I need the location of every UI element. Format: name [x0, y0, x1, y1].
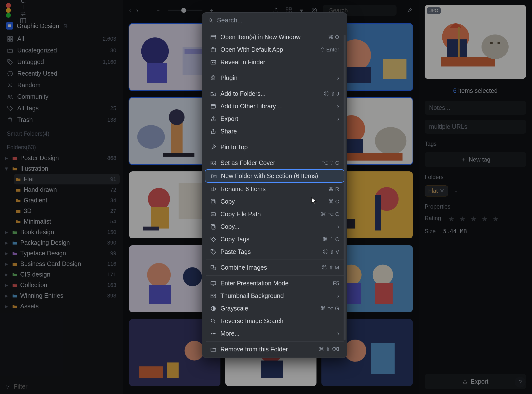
folder-icon — [12, 282, 18, 288]
menu-item-copy[interactable]: Copy... › — [205, 220, 345, 233]
filter-input[interactable] — [14, 383, 118, 390]
menu-item-plugin[interactable]: Plugin › — [205, 72, 345, 84]
menu-item-new-folder-with-selection-6-items[interactable]: New Folder with Selection (6 Items) — [205, 169, 345, 183]
folder-typeface-design[interactable]: ▸ Typeface Design 99 — [3, 248, 120, 259]
menu-item-open-item-s-in-new-window[interactable]: Open Item(s) in New Window ⌘ O — [205, 31, 345, 43]
folder-chip[interactable]: Flat ✕ — [425, 185, 448, 197]
menu-item-paste-tags[interactable]: Paste Tags ⌘ ⇧ V — [205, 246, 345, 258]
urls-field[interactable]: multiple URLs — [425, 120, 526, 134]
menu-item-rename-6-items[interactable]: Rename 6 Items ⌘ R — [205, 183, 345, 195]
more-icon — [210, 330, 216, 337]
transfer-icon[interactable] — [20, 10, 27, 17]
disclosure-icon[interactable]: ▸ — [5, 292, 9, 299]
add-folder-button[interactable]: ＋ — [452, 187, 461, 196]
pin-icon[interactable] — [406, 7, 413, 14]
folder-business-card-design[interactable]: ▸ Business Card Design 116 — [3, 259, 120, 269]
menu-item-add-to-folders[interactable]: Add to Folders... ⌘ ⇧ J — [205, 87, 345, 100]
folder-poster-design[interactable]: ▸ Poster Design 868 — [3, 153, 120, 163]
menu-item-pin-to-top[interactable]: Pin to Top — [205, 141, 345, 153]
menu-item-enter-presentation-mode[interactable]: Enter Presentation Mode F5 — [205, 277, 345, 290]
svg-rect-56 — [375, 195, 381, 230]
sidebar-item-untagged[interactable]: Untagged 1,160 — [3, 56, 120, 68]
disclosure-icon[interactable]: ▸ — [5, 239, 9, 246]
plus-icon[interactable] — [20, 3, 27, 10]
sidebar-item-all[interactable]: All 2,603 — [3, 33, 120, 45]
smart-folders-section[interactable]: Smart Folders(4) — [3, 126, 120, 139]
menu-item-set-as-folder-cover[interactable]: Set as Folder Cover ⌥ ⇧ C — [205, 157, 345, 169]
sidebar-item-all-tags[interactable]: All Tags 25 — [3, 102, 120, 114]
sidebar-item-random[interactable]: Random — [3, 79, 120, 91]
folder-3d[interactable]: 3D 27 — [14, 206, 120, 216]
menu-item-remove-from-this-folder[interactable]: Remove from this Folder ⌘ ⇧ ⌫ — [205, 343, 345, 356]
svg-point-93 — [212, 62, 213, 63]
folder-minimalist[interactable]: Minimalist 54 — [14, 216, 120, 227]
context-search-input[interactable] — [217, 16, 341, 24]
tags-icon — [7, 105, 13, 112]
menu-item-grayscale[interactable]: Grayscale ⌘ ⌥ G — [205, 302, 345, 315]
notes-field[interactable]: Notes... — [425, 101, 526, 115]
svg-point-106 — [212, 250, 213, 251]
bell-icon[interactable] — [20, 0, 27, 3]
sidebar-item-count: 30 — [110, 47, 116, 54]
nav-back-button[interactable]: ‹ — [129, 7, 131, 14]
nav-forward-button[interactable]: › — [136, 7, 138, 14]
disclosure-icon[interactable]: ▸ — [5, 154, 9, 162]
help-button[interactable]: ? — [515, 377, 526, 388]
library-name: Graphic Design — [17, 22, 59, 30]
minimize-window-button[interactable] — [6, 8, 11, 13]
folder-icon — [12, 166, 18, 172]
rating-stars[interactable]: ★ ★ ★ ★ ★ — [448, 215, 500, 223]
folder-winning-entries[interactable]: ▸ Winning Entries 398 — [3, 290, 120, 301]
disclosure-icon[interactable]: ▸ — [5, 271, 9, 278]
sidebar-item-count: 1,160 — [103, 59, 116, 65]
menu-item-label: New Folder with Selection (6 Items) — [221, 172, 318, 180]
context-search[interactable] — [202, 13, 347, 28]
folder-packaging-design[interactable]: ▸ Packaging Design 390 — [3, 237, 120, 248]
disclosure-icon[interactable]: ▸ — [5, 229, 9, 236]
library-selector[interactable]: Graphic Design ⇅ — [6, 22, 117, 30]
close-window-button[interactable] — [6, 3, 11, 8]
menu-item-more[interactable]: More... › — [205, 327, 345, 340]
menu-item-thumbnail-background[interactable]: Thumbnail Background › — [205, 290, 345, 302]
folder-gradient[interactable]: Gradient 34 — [14, 195, 120, 206]
folder-book-design[interactable]: ▸ Book design 150 — [3, 227, 120, 237]
folder-flat[interactable]: Flat 91 — [14, 174, 120, 184]
disclosure-icon[interactable]: ▸ — [5, 260, 9, 267]
disclosure-icon[interactable]: ▸ — [5, 303, 9, 310]
folder-assets[interactable]: ▸ Assets — [3, 301, 120, 312]
menu-item-add-to-other-library[interactable]: Add to Other Library ... › — [205, 100, 345, 113]
menu-item-label: Reverse Image Search — [220, 317, 283, 325]
menu-item-copy-file-path[interactable]: Copy File Path ⌘ ⌥ C — [205, 208, 345, 220]
context-menu[interactable]: Open Item(s) in New Window ⌘ O Open With… — [202, 12, 347, 358]
preview-thumbnail[interactable]: JPG — [425, 5, 526, 79]
folder-collection[interactable]: ▸ Collection 163 — [3, 280, 120, 290]
export-button[interactable]: Export — [425, 374, 526, 389]
menu-item-copy-tags[interactable]: Copy Tags ⌘ ⇧ C — [205, 233, 345, 246]
menu-item-reverse-image-search[interactable]: Reverse Image Search — [205, 315, 345, 327]
context-scrollbar[interactable] — [344, 35, 346, 340]
sidebar-item-recently-used[interactable]: Recently Used — [3, 68, 120, 79]
sidebar-item-community[interactable]: Community — [3, 91, 120, 102]
disclosure-icon[interactable]: ▸ — [5, 250, 9, 257]
svg-point-7 — [9, 61, 9, 61]
new-tag-button[interactable]: ＋ New tag — [425, 152, 526, 167]
folder-hand-drawn[interactable]: Hand drawn 72 — [14, 184, 120, 195]
sidebar-item-trash[interactable]: Trash 138 — [3, 114, 120, 126]
menu-item-combine-images[interactable]: Combine Images ⌘ ⇧ M — [205, 261, 345, 274]
sidebar-item-uncategorized[interactable]: Uncategorized 30 — [3, 45, 120, 56]
fullscreen-window-button[interactable] — [6, 13, 11, 18]
menu-item-reveal-in-finder[interactable]: Reveal in Finder — [205, 56, 345, 68]
selection-count: 6 items selected — [425, 87, 526, 94]
menu-item-export[interactable]: Export › — [205, 113, 345, 125]
thumbnail-size-slider[interactable] — [168, 10, 202, 11]
menu-item-copy[interactable]: Copy ⌘ C — [205, 195, 345, 208]
disclosure-icon[interactable]: ▾ — [5, 165, 9, 172]
folder-cis-design[interactable]: ▸ CIS design 171 — [3, 269, 120, 280]
menu-item-share[interactable]: Share — [205, 125, 345, 138]
close-icon[interactable]: ✕ — [440, 188, 444, 194]
menu-item-open-with-default-app[interactable]: Open With Default App ⇧ Enter — [205, 43, 345, 56]
folder-illustration[interactable]: ▾ Illustration — [3, 163, 120, 174]
sidebar-filter[interactable] — [0, 379, 123, 394]
disclosure-icon[interactable]: ▸ — [5, 281, 9, 289]
folders-section[interactable]: Folders(63) — [3, 139, 120, 153]
